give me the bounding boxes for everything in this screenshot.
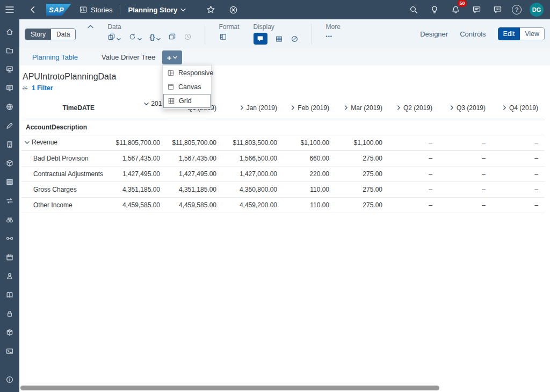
notifications-bell-icon[interactable]: 50 xyxy=(449,3,462,16)
data-cell[interactable]: – xyxy=(389,150,439,166)
data-cell[interactable]: 1,567,435.00 xyxy=(113,150,167,166)
row-label-contractual-adjustments[interactable]: Contractual Adjustments xyxy=(21,166,113,182)
help-icon[interactable]: ? xyxy=(512,5,522,14)
data-cell[interactable]: – xyxy=(492,197,545,213)
catalog-book-icon[interactable] xyxy=(0,285,19,304)
row-label-bad-debt-provision[interactable]: Bad Debt Provision xyxy=(21,150,113,166)
expand-column-icon[interactable] xyxy=(502,105,507,110)
data-mode-button[interactable]: Data xyxy=(51,29,75,40)
data-cell[interactable]: 110.00 xyxy=(284,197,336,213)
data-cell[interactable]: $1,100.00 xyxy=(284,135,336,150)
home-icon[interactable] xyxy=(0,22,19,41)
col-header-feb-2019[interactable]: Feb (2019) xyxy=(284,96,336,120)
avatar[interactable]: DG xyxy=(530,3,544,17)
search-icon[interactable] xyxy=(407,3,420,16)
data-cell[interactable]: 660.00 xyxy=(284,150,336,166)
data-cell[interactable]: – xyxy=(389,135,439,150)
comment-icon[interactable] xyxy=(254,33,267,45)
expand-column-icon[interactable] xyxy=(291,105,295,110)
expand-column-icon[interactable] xyxy=(396,105,401,110)
collapse-toolbar-icon[interactable] xyxy=(88,25,93,28)
col-header-jan-2019[interactable]: Jan (2019) xyxy=(223,96,284,120)
col-header-q2-2019[interactable]: Q2 (2019) xyxy=(389,96,439,120)
explorer-globe-icon[interactable] xyxy=(0,97,19,116)
expand-column-icon[interactable] xyxy=(344,105,349,110)
story-board-icon[interactable] xyxy=(0,78,19,97)
data-cell[interactable]: 1,427,495.00 xyxy=(113,166,167,182)
data-cell[interactable]: – xyxy=(439,182,492,197)
data-cell[interactable]: 1,427,495.00 xyxy=(167,166,223,182)
edit-pen-icon[interactable] xyxy=(0,116,19,135)
data-cell[interactable]: – xyxy=(439,150,492,166)
controls-button[interactable]: Controls xyxy=(460,30,486,38)
designer-button[interactable]: Designer xyxy=(420,30,448,38)
data-cell[interactable]: – xyxy=(439,135,492,150)
discussions-icon[interactable] xyxy=(491,3,504,16)
transport-arrows-icon[interactable] xyxy=(0,191,19,210)
feedback-chat-icon[interactable] xyxy=(470,3,483,16)
grid-lines-icon[interactable] xyxy=(275,35,283,43)
variables-icon[interactable]: {} xyxy=(149,33,160,41)
view-mode-button[interactable]: View xyxy=(520,27,545,40)
hamburger-menu-icon[interactable] xyxy=(3,3,16,16)
row-label-revenue[interactable]: Revenue xyxy=(21,135,113,150)
profile-person-icon[interactable] xyxy=(0,266,19,285)
expand-column-icon[interactable] xyxy=(450,105,454,110)
display-monitor-icon[interactable] xyxy=(0,60,19,78)
data-cell[interactable]: $11,803,500.00 xyxy=(223,135,284,150)
data-cell[interactable]: – xyxy=(439,197,492,213)
row-label-other-income[interactable]: Other Income xyxy=(21,197,113,213)
column-dimension-header[interactable]: TimeDATE xyxy=(21,96,113,120)
content-package-icon[interactable] xyxy=(0,323,19,342)
data-cell[interactable]: 4,459,200.00 xyxy=(223,197,284,213)
row-label-gross-charges[interactable]: Gross Charges xyxy=(21,182,113,197)
tab-planning-table[interactable]: Planning Table xyxy=(32,53,78,61)
insight-binoculars-icon[interactable] xyxy=(0,210,19,229)
edit-mode-button[interactable]: Edit xyxy=(498,27,520,40)
data-cell[interactable]: 275.00 xyxy=(336,166,389,182)
data-cell[interactable]: 1,427,000.00 xyxy=(223,166,284,182)
story-mode-button[interactable]: Story xyxy=(25,29,51,40)
col-header-mar-2019[interactable]: Mar (2019) xyxy=(336,96,389,120)
files-folder-icon[interactable] xyxy=(0,41,19,60)
data-cell[interactable]: 220.00 xyxy=(284,166,336,182)
data-cell[interactable]: – xyxy=(492,182,545,197)
collapse-row-icon[interactable] xyxy=(25,140,30,145)
organization-building-icon[interactable] xyxy=(0,135,19,154)
row-dimension-header[interactable]: AccountDescription xyxy=(21,120,113,135)
info-icon[interactable] xyxy=(0,370,19,389)
data-cell[interactable]: – xyxy=(389,182,439,197)
collapse-column-icon[interactable] xyxy=(144,101,149,106)
data-cell[interactable]: 4,351,185.00 xyxy=(113,182,167,197)
data-cell[interactable]: 4,459,585.00 xyxy=(167,197,223,213)
security-lock-icon[interactable] xyxy=(0,304,19,323)
calendar-icon[interactable] xyxy=(0,248,19,266)
styling-panel-icon[interactable] xyxy=(219,33,227,41)
data-cell[interactable]: $1,100.00 xyxy=(336,135,389,150)
data-cell[interactable]: $11,805,700.00 xyxy=(113,135,167,150)
refresh-icon[interactable] xyxy=(128,33,142,41)
col-header-2019[interactable]: 2019 xyxy=(113,96,167,120)
menu-item-canvas[interactable]: Canvas xyxy=(163,80,211,94)
data-cell[interactable]: 275.00 xyxy=(336,182,389,197)
table-widget-title[interactable]: APUIntrotoPlanningData xyxy=(23,72,546,82)
story-filter-icon[interactable] xyxy=(21,85,28,92)
add-page-button[interactable]: + xyxy=(162,50,182,64)
tab-value-driver-tree[interactable]: Value Driver Tree xyxy=(102,53,155,61)
horizontal-scrollbar-track[interactable] xyxy=(19,385,550,391)
data-cell[interactable]: – xyxy=(389,197,439,213)
stories-nav[interactable]: Stories xyxy=(79,5,112,14)
close-story-icon[interactable] xyxy=(227,3,240,16)
menu-item-grid[interactable]: Grid xyxy=(163,94,211,108)
data-cell[interactable]: 275.00 xyxy=(336,150,389,166)
duplicate-tiles-icon[interactable] xyxy=(168,33,176,41)
col-header-q3-2019[interactable]: Q3 (2019) xyxy=(439,96,492,120)
data-cell[interactable]: 4,350,800.00 xyxy=(223,182,284,197)
copy-objects-icon[interactable] xyxy=(107,33,121,41)
console-terminal-icon[interactable] xyxy=(0,342,19,360)
process-chain-icon[interactable] xyxy=(0,229,19,248)
data-cell[interactable]: 4,351,185.00 xyxy=(167,182,223,197)
favorite-star-icon[interactable] xyxy=(204,3,217,16)
col-header-q4-2019[interactable]: Q4 (2019) xyxy=(492,96,545,120)
modeler-cube-icon[interactable] xyxy=(0,154,19,172)
